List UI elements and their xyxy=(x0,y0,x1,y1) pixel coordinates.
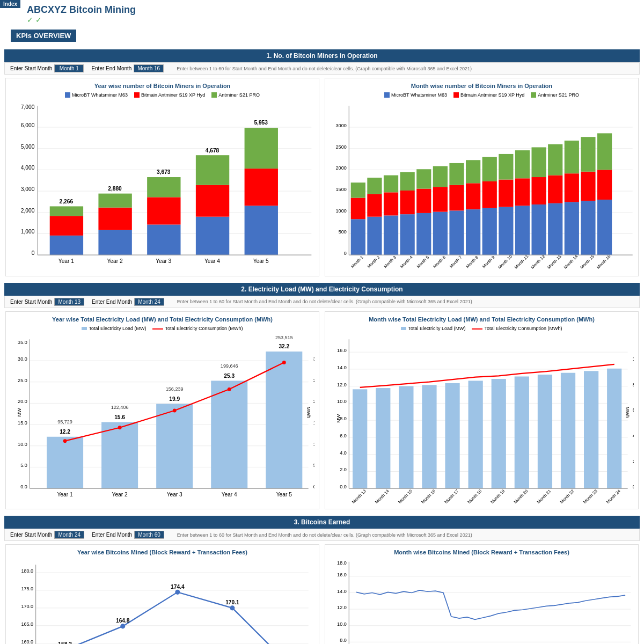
s1-end-month[interactable]: Month 16 xyxy=(134,64,164,72)
svg-text:0: 0 xyxy=(633,484,634,489)
svg-text:15.6: 15.6 xyxy=(114,414,125,420)
svg-text:0: 0 xyxy=(313,484,314,489)
svg-rect-203 xyxy=(399,386,413,488)
svg-text:2,880: 2,880 xyxy=(108,186,122,192)
svg-rect-31 xyxy=(196,185,229,217)
svg-text:16.0: 16.0 xyxy=(337,348,347,353)
s1-left-chart: Year wise number of Bitcoin Miners in Op… xyxy=(5,78,319,276)
svg-rect-219 xyxy=(584,371,598,488)
svg-text:Year 5: Year 5 xyxy=(276,491,292,497)
svg-rect-154 xyxy=(156,404,193,488)
svg-text:300,000: 300,000 xyxy=(313,356,314,362)
svg-text:10.0: 10.0 xyxy=(337,399,347,404)
svg-rect-84 xyxy=(466,209,480,255)
svg-text:170.0: 170.0 xyxy=(21,604,33,609)
svg-rect-57 xyxy=(351,198,365,219)
svg-rect-100 xyxy=(531,204,546,255)
svg-text:3000: 3000 xyxy=(336,123,347,128)
svg-text:2,266: 2,266 xyxy=(60,199,74,204)
svg-rect-97 xyxy=(515,178,530,206)
svg-text:2000: 2000 xyxy=(336,165,347,171)
svg-text:122,406: 122,406 xyxy=(111,404,129,409)
svg-rect-15 xyxy=(50,236,83,255)
s3-right-title: Month wise Bitcoins Mined (Block Reward … xyxy=(330,549,634,555)
svg-text:5,953: 5,953 xyxy=(254,120,268,126)
svg-point-244 xyxy=(120,624,125,628)
svg-text:25.3: 25.3 xyxy=(224,372,235,378)
s2-note: Enter between 1 to 60 for Start Month an… xyxy=(177,299,472,304)
svg-text:100,000: 100,000 xyxy=(313,441,314,447)
svg-text:160.0: 160.0 xyxy=(21,639,33,644)
svg-rect-60 xyxy=(367,217,382,255)
svg-rect-22 xyxy=(98,194,131,208)
svg-rect-62 xyxy=(367,178,382,194)
s3-left-title: Year wise Bitcoins Mined (Block Reward +… xyxy=(10,549,314,555)
svg-text:180.0: 180.0 xyxy=(21,568,33,574)
index-label: Index xyxy=(3,1,17,7)
svg-rect-77 xyxy=(433,187,448,211)
s3-left-svg: 140.0 145.0 150.0 155.0 160.0 165.0 170.… xyxy=(10,559,314,644)
svg-text:0: 0 xyxy=(344,251,347,256)
svg-rect-37 xyxy=(245,128,278,169)
svg-text:500: 500 xyxy=(339,229,347,235)
app-title: ABCXYZ Bitcoin Mining xyxy=(27,4,639,16)
svg-text:Month 10: Month 10 xyxy=(497,254,513,270)
svg-rect-35 xyxy=(245,206,278,255)
svg-text:0.0: 0.0 xyxy=(340,484,347,489)
svg-rect-78 xyxy=(433,166,448,187)
index-tab[interactable]: Index xyxy=(0,0,20,8)
svg-rect-108 xyxy=(565,202,579,255)
svg-text:MW: MW xyxy=(17,407,22,416)
svg-text:170.1: 170.1 xyxy=(225,599,239,605)
svg-text:1500: 1500 xyxy=(336,187,347,192)
svg-text:Month 21: Month 21 xyxy=(536,488,552,503)
s1-start-month[interactable]: Month 1 xyxy=(54,64,84,72)
svg-rect-106 xyxy=(548,144,562,175)
s2-end-month[interactable]: Month 24 xyxy=(134,298,164,306)
svg-rect-94 xyxy=(499,154,513,180)
svg-text:199,646: 199,646 xyxy=(221,363,238,368)
svg-text:35.0: 35.0 xyxy=(18,340,27,345)
svg-text:174.4: 174.4 xyxy=(171,584,185,590)
svg-rect-96 xyxy=(515,206,530,255)
svg-text:Month 15: Month 15 xyxy=(397,488,413,503)
s3-right-chart: Month wise Bitcoins Mined (Block Reward … xyxy=(325,544,639,644)
svg-text:5.0: 5.0 xyxy=(20,463,27,468)
svg-text:Month 2: Month 2 xyxy=(367,255,381,269)
svg-text:12.0: 12.0 xyxy=(337,605,347,610)
svg-text:165.0: 165.0 xyxy=(21,621,33,627)
svg-text:Year 1: Year 1 xyxy=(57,491,73,497)
s3-start-month[interactable]: Month 24 xyxy=(54,531,84,539)
svg-point-167 xyxy=(118,426,122,429)
svg-text:4,000: 4,000 xyxy=(633,433,634,438)
svg-rect-211 xyxy=(492,379,506,488)
svg-rect-109 xyxy=(565,173,579,202)
svg-text:MW: MW xyxy=(336,414,341,423)
svg-rect-72 xyxy=(416,213,431,255)
s2-start-label: Enter Start Month xyxy=(10,299,52,305)
svg-text:Month 14: Month 14 xyxy=(374,488,390,503)
svg-rect-162 xyxy=(266,352,302,488)
svg-text:6,000: 6,000 xyxy=(21,122,35,128)
s1-right-svg: 0 500 1000 1500 2000 2500 3000 /* bars d… xyxy=(330,100,634,270)
svg-rect-105 xyxy=(548,175,562,203)
svg-rect-209 xyxy=(469,380,483,488)
svg-text:158.2: 158.2 xyxy=(58,641,72,644)
svg-text:253,515: 253,515 xyxy=(275,335,293,340)
svg-text:Year 4: Year 4 xyxy=(204,258,220,264)
svg-text:175.0: 175.0 xyxy=(21,586,33,591)
svg-rect-85 xyxy=(466,183,480,209)
s2-start-month[interactable]: Month 13 xyxy=(54,298,84,306)
svg-text:Month 13: Month 13 xyxy=(546,254,562,270)
svg-text:Month 7: Month 7 xyxy=(449,255,463,269)
s2-left-chart: Year wise Total Electricity Load (MW) an… xyxy=(5,311,319,510)
svg-rect-86 xyxy=(466,160,480,183)
svg-text:30.0: 30.0 xyxy=(18,356,27,362)
svg-text:Month 8: Month 8 xyxy=(465,254,480,269)
svg-text:Year 5: Year 5 xyxy=(253,258,269,264)
svg-text:50,000: 50,000 xyxy=(313,463,314,468)
svg-rect-17 xyxy=(50,206,83,216)
svg-text:3,000: 3,000 xyxy=(21,186,35,192)
svg-rect-82 xyxy=(449,163,464,185)
s3-end-month[interactable]: Month 60 xyxy=(134,531,164,539)
